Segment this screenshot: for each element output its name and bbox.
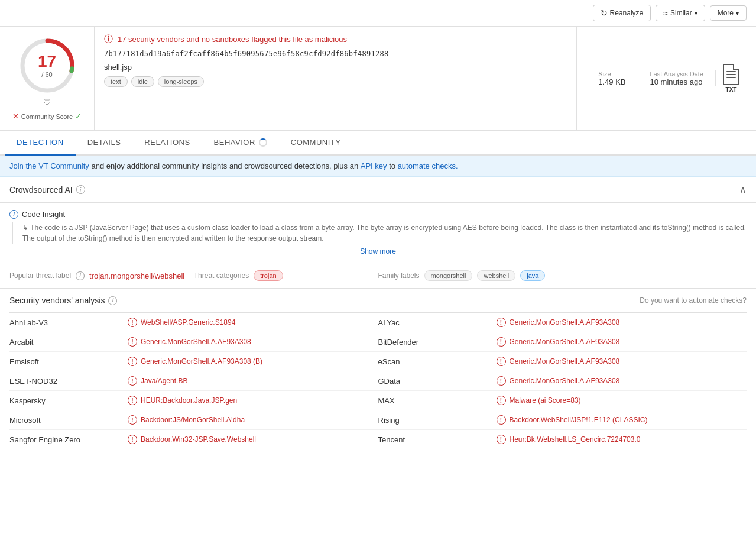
shield-icon: 🛡 [43,98,51,107]
vendors-title: Security vendors' analysis i [9,296,117,305]
warning-icon: ! [128,396,137,405]
api-key-link[interactable]: API key [361,161,387,170]
warning-icon: ! [128,357,137,366]
warning-icon: ! [497,435,506,444]
tab-behavior[interactable]: BEHAVIOR [202,131,279,156]
vendor-detection-left: ! Generic.MonGorShell.A.AF93A308 [128,337,378,347]
warning-icon: ! [497,376,506,386]
vendor-name-right: MAX [378,396,497,405]
vendor-detection-left: ! HEUR:Backdoor.Java.JSP.gen [128,396,378,405]
file-hash[interactable]: 7b177181d5d19a6faf2fcaff864b5f69095675e9… [104,50,567,58]
popular-threat-info-icon[interactable]: i [76,271,85,280]
vendor-name-right: BitDefender [378,338,497,347]
tag-text[interactable]: text [104,76,128,87]
vendor-row: Kaspersky ! HEUR:Backdoor.Java.JSP.gen M… [9,391,747,410]
collapse-icon[interactable]: ∧ [739,184,747,195]
tab-details[interactable]: DETAILS [76,131,133,156]
vendor-row: ESET-NOD32 ! Java/Agent.BB GData ! Gener… [9,371,747,391]
behavior-spinner [259,138,267,147]
size-meta: Size 1.49 KB [586,70,638,86]
threat-categories-item: Threat categories trojan [194,270,378,281]
txt-file-icon [723,64,739,85]
main-content: Crowdsourced AI i ∧ i Code Insight ↳ The… [0,177,756,449]
txt-label: TXT [726,86,737,93]
family-badge-mongorshell[interactable]: mongorshell [424,270,473,281]
vendor-detection-right: ! Heur:Bk.Webshell.LS_Gencirc.7224703.0 [497,435,747,444]
score-section: 17 / 60 🛡 ✕ Community Score ✓ [0,27,95,130]
score-text: 17 / 60 [38,53,56,79]
tab-community[interactable]: COMMUNITY [279,131,353,156]
threat-category-badge[interactable]: trojan [254,270,283,281]
similar-icon: ≈ [663,8,668,18]
crowdsourced-ai-info-icon[interactable]: i [76,185,85,194]
txt-icon-line-2 [726,74,736,75]
x-icon[interactable]: ✕ [12,112,19,121]
vendor-detection-right: ! Generic.MonGorShell.A.AF93A308 [497,376,747,386]
vendor-name-right: Rising [378,416,497,425]
show-more-link[interactable]: Show more [9,247,747,255]
vendor-detection-left: ! WebShell/ASP.Generic.S1894 [128,318,378,327]
chevron-down-icon: ▾ [736,10,739,17]
vendor-row: Sangfor Engine Zero ! Backdoor.Win32-JSP… [9,430,747,449]
warning-icon: ! [128,376,137,386]
crowdsourced-ai-title: Crowdsourced AI i [9,185,85,195]
code-insight-header: i Code Insight [9,210,747,219]
warning-icon: ! [497,415,506,425]
file-info-section: ⓘ 17 security vendors and no sandboxes f… [95,27,576,130]
file-name: shell.jsp [104,63,567,72]
vendor-name-right: eScan [378,357,497,366]
vendor-name-left: Emsisoft [9,357,128,366]
vendor-name-right: GData [378,377,497,386]
family-badge-java[interactable]: java [520,270,545,281]
code-insight-text: ↳ The code is a JSP (JavaServer Page) th… [12,222,747,244]
vendor-detection-left: ! Java/Agent.BB [128,376,378,386]
vendor-detection-right: ! Malware (ai Score=83) [497,396,747,405]
vendor-row: AhnLab-V3 ! WebShell/ASP.Generic.S1894 A… [9,313,747,332]
community-score-row: ✕ Community Score ✓ [12,112,82,121]
meta-section: Size 1.49 KB Last Analysis Date 10 minut… [576,27,756,130]
family-badge-webshell[interactable]: webshell [477,270,515,281]
vendors-info-icon[interactable]: i [108,296,117,305]
score-circle: 17 / 60 [18,36,77,95]
vendor-name-left: Microsoft [9,416,128,425]
date-meta: Last Analysis Date 10 minutes ago [638,70,716,86]
tags-row: text idle long-sleeps [104,76,567,87]
more-button[interactable]: More ▾ [710,5,747,21]
vendor-name-left: Kaspersky [9,396,128,405]
arrow-icon: ↳ [22,224,30,232]
top-action-bar: ↻ Reanalyze ≈ Similar ▾ More ▾ [0,0,756,27]
chevron-down-icon: ▾ [695,10,697,17]
vendors-header: Security vendors' analysis i Do you want… [9,289,747,313]
vendor-name-right: Tencent [378,435,497,444]
reanalyze-button[interactable]: ↻ Reanalyze [593,5,651,21]
similar-button[interactable]: ≈ Similar ▾ [656,5,705,21]
txt-icon-line-1 [726,71,736,72]
vendor-detection-right: ! Generic.MonGorShell.A.AF93A308 [497,318,747,327]
vendors-table: AhnLab-V3 ! WebShell/ASP.Generic.S1894 A… [9,313,747,449]
vendor-name-left: Sangfor Engine Zero [9,435,128,444]
warning-icon: ! [497,337,506,347]
vendor-name-left: AhnLab-V3 [9,318,128,327]
automate-checks-link[interactable]: automate checks. [398,161,458,170]
threat-info-row: Popular threat label i trojan.mongorshel… [0,263,756,289]
code-insight-icon: i [9,210,18,219]
vendors-section: Security vendors' analysis i Do you want… [0,289,756,449]
tag-long-sleeps[interactable]: long-sleeps [158,76,204,87]
check-icon: ✓ [75,112,82,121]
code-insight-section: i Code Insight ↳ The code is a JSP (Java… [0,203,756,263]
tab-detection[interactable]: DETECTION [5,131,76,156]
txt-icon-line-3 [726,77,736,78]
vendor-detection-right: ! Generic.MonGorShell.A.AF93A308 [497,357,747,366]
vendor-name-left: ESET-NOD32 [9,377,128,386]
warning-icon: ! [497,396,506,405]
vendor-row: Microsoft ! Backdoor:JS/MonGorShell.A!dh… [9,410,747,430]
vendor-detection-right: ! Generic.MonGorShell.A.AF93A308 [497,337,747,347]
vendor-detection-right: ! Backdoor.WebShell/JSP!1.E112 (CLASSIC) [497,415,747,425]
warning-icon: ! [128,415,137,425]
warning-icon: ! [128,337,137,347]
join-community-link[interactable]: Join the VT Community [9,161,89,170]
txt-download-button[interactable]: TXT [716,64,747,93]
warning-icon: ! [128,435,137,444]
tag-idle[interactable]: idle [131,76,154,87]
tab-relations[interactable]: RELATIONS [132,131,202,156]
